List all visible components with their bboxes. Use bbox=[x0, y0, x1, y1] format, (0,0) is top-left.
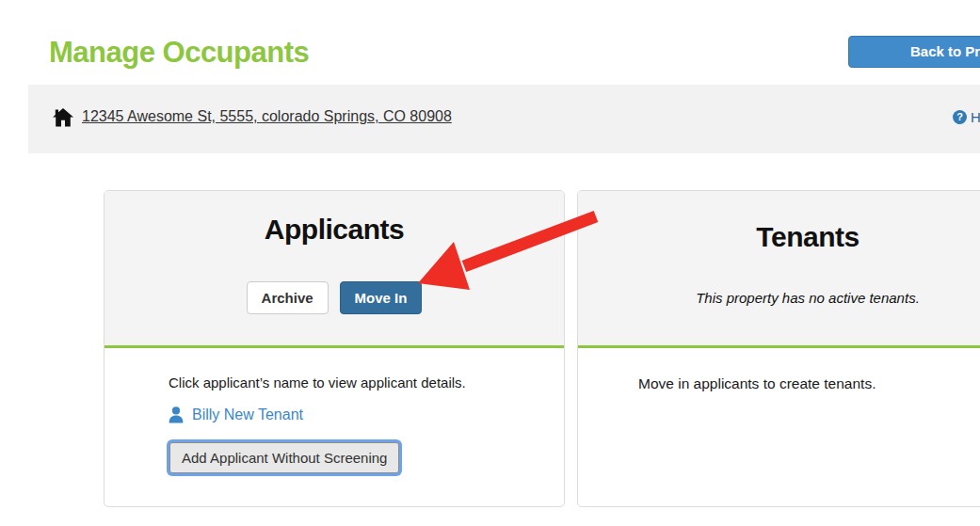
help-link[interactable]: ?Help bbox=[953, 109, 980, 125]
page-title: Manage Occupants bbox=[49, 36, 309, 70]
home-icon bbox=[52, 105, 74, 130]
back-to-property-button[interactable]: Back to Property bbox=[848, 36, 980, 68]
applicants-card-title: Applicants bbox=[104, 214, 564, 246]
add-applicant-without-screening-button[interactable]: Add Applicant Without Screening bbox=[169, 442, 399, 473]
tenants-card-body: Move in applicants to create tenants. bbox=[578, 348, 980, 504]
tenants-card: Tenants This property has no active tena… bbox=[577, 190, 980, 507]
tenants-instruction-text: Move in applicants to create tenants. bbox=[638, 375, 876, 392]
applicants-card: Applicants Archive Move In Click applica… bbox=[104, 190, 565, 507]
archive-button[interactable]: Archive bbox=[247, 281, 329, 314]
move-in-button[interactable]: Move In bbox=[340, 281, 423, 314]
help-icon: ? bbox=[953, 110, 967, 124]
applicants-card-body: Click applicant’s name to view applicant… bbox=[104, 348, 564, 504]
help-label: Help bbox=[971, 109, 980, 125]
property-address-bar: 12345 Awesome St, 5555, colorado Springs… bbox=[28, 85, 980, 153]
applicants-card-header: Applicants Archive Move In bbox=[104, 191, 564, 348]
property-address-link[interactable]: 12345 Awesome St, 5555, colorado Springs… bbox=[82, 108, 452, 125]
tenants-empty-note: This property has no active tenants. bbox=[578, 290, 980, 306]
tenants-card-title: Tenants bbox=[578, 221, 980, 253]
applicant-list-item: Billy New Tenant bbox=[169, 406, 303, 423]
person-icon bbox=[169, 406, 184, 423]
applicants-actions: Archive Move In bbox=[104, 281, 564, 314]
tenants-card-header: Tenants This property has no active tena… bbox=[578, 191, 980, 348]
applicant-name-link[interactable]: Billy New Tenant bbox=[192, 406, 303, 423]
applicants-instruction-text: Click applicant’s name to view applicant… bbox=[169, 375, 466, 391]
manage-occupants-page: Manage Occupants Back to Property 12345 … bbox=[0, 0, 980, 526]
